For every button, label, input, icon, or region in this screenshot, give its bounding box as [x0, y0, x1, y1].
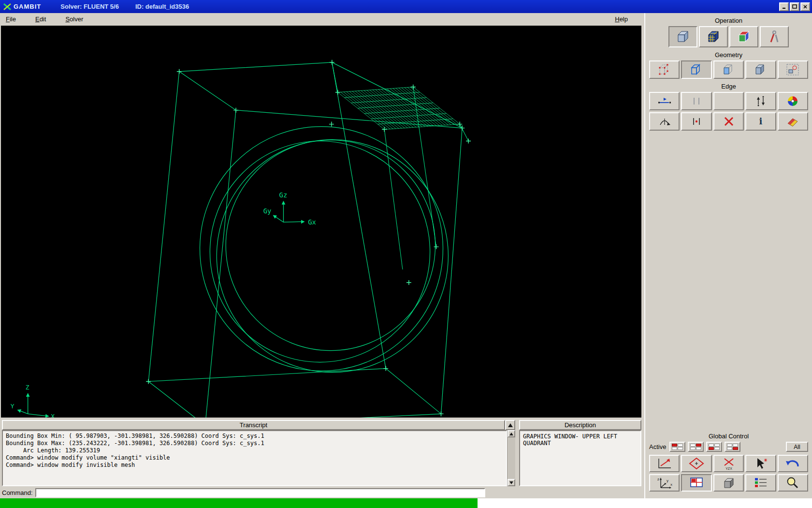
edge-link-button[interactable]: [681, 92, 711, 110]
status-strip: [0, 498, 478, 508]
app-title: GAMBIT: [14, 3, 41, 10]
gambit-window: GAMBIT Solver: FLUENT 5/6 ID: default_id…: [0, 0, 812, 508]
operation-section-title: Operation: [649, 17, 808, 24]
geometry-face-button[interactable]: [713, 60, 744, 79]
transcript-line: Command> window modify volume "xiangti" …: [6, 454, 503, 462]
quadrant-cell: [672, 447, 677, 450]
transcript-collapse-button[interactable]: [505, 420, 515, 430]
corner-triad-labels: Z Y X: [11, 384, 55, 418]
close-button[interactable]: [800, 2, 810, 11]
split-icon: [689, 116, 704, 127]
edge-info-button[interactable]: i: [745, 112, 776, 131]
volume-icon: [754, 63, 768, 76]
render-mode-button[interactable]: [713, 474, 744, 492]
edge-reverse-button[interactable]: [745, 92, 776, 110]
orient-view-button[interactable]: YZX: [713, 455, 744, 472]
close-icon: [803, 4, 808, 9]
zoom-button[interactable]: [778, 474, 808, 492]
geometry-section-title: Geometry: [649, 51, 808, 59]
axes-triad-icon: z y x: [656, 476, 673, 490]
edge-toolbar-row1: [649, 92, 808, 110]
edge-color-button[interactable]: [778, 92, 808, 110]
transcript-line: Arc Length: 139.255319: [6, 447, 503, 454]
transcript-header: Transcript: [2, 420, 505, 430]
all-quadrants-button[interactable]: All: [786, 442, 808, 452]
geometry-edge-button[interactable]: [681, 60, 711, 79]
screen-quadrant-button[interactable]: [681, 474, 711, 492]
transcript-panel: Transcript Bounding Box Min: ( 95.987903…: [2, 420, 515, 486]
quadrant-upper-left-button[interactable]: [669, 442, 685, 452]
axes-orient-button[interactable]: z y x: [649, 474, 680, 492]
magnifier-icon: [784, 476, 801, 490]
menubar: File Edit Solver Help: [0, 13, 644, 26]
geometry-volume-button[interactable]: [745, 60, 776, 79]
transcript-line: Bounding Box Min: ( 95.987903, -301.3989…: [6, 433, 503, 440]
transcript-log: Bounding Box Min: ( 95.987903, -301.3989…: [2, 430, 507, 486]
geometry-cube-icon: [675, 30, 691, 44]
pivot-button[interactable]: [681, 455, 711, 472]
axis-gx-label: Gx: [308, 218, 316, 226]
menu-solver[interactable]: Solver: [65, 15, 83, 23]
menu-file[interactable]: File: [6, 15, 16, 23]
graphics-viewport[interactable]: Gz Gy Gx Z Y X: [1, 26, 641, 418]
edge-delete-button[interactable]: [713, 112, 744, 131]
scroll-down-button[interactable]: [508, 479, 515, 486]
edge-section-title: Edge: [649, 83, 808, 90]
global-control-section: Global Control Active All: [649, 431, 808, 493]
fit-to-window-button[interactable]: [649, 455, 680, 472]
edge-connect-button[interactable]: [649, 112, 680, 131]
menu-help[interactable]: Help: [615, 15, 628, 23]
command-input[interactable]: [35, 488, 485, 497]
operation-toolbar: [649, 26, 808, 47]
operation-zones-button[interactable]: [729, 26, 758, 47]
quadrant-upper-right-button[interactable]: [688, 442, 704, 452]
geometry-group-button[interactable]: [778, 60, 808, 79]
scroll-up-button[interactable]: [508, 430, 515, 437]
edge-blank-button[interactable]: [713, 92, 744, 110]
maximize-button[interactable]: [790, 2, 799, 11]
operation-geometry-button[interactable]: [668, 26, 697, 47]
solver-label: Solver: FLUENT 5/6: [60, 3, 119, 10]
svg-text:i: i: [759, 116, 762, 126]
quadrant-lower-left-button[interactable]: [706, 442, 722, 452]
geometry-vertex-button[interactable]: [649, 60, 680, 79]
center-triad-labels: Gz Gy Gx: [263, 191, 316, 226]
inlet-duct-lines: [332, 62, 468, 269]
undo-button[interactable]: [778, 455, 808, 472]
menu-edit[interactable]: Edit: [35, 15, 46, 23]
svg-text:z: z: [657, 477, 659, 481]
quadrant-cell: [696, 447, 701, 450]
description-panel: Description GRAPHICS WINDOW- UPPER LEFT …: [519, 420, 641, 486]
axis-gy-label: Gy: [263, 207, 272, 215]
description-text: GRAPHICS WINDOW- UPPER LEFT QUADRANT: [519, 430, 641, 486]
transcript-line: Command> window modify invisible mesh: [6, 462, 503, 469]
connect-arc-icon: [657, 116, 672, 127]
color-wheel-icon: [785, 95, 800, 107]
edge-split-button[interactable]: [681, 112, 711, 131]
quadrant-cell: [709, 444, 714, 447]
axis-z-label: Z: [26, 384, 29, 391]
operation-mesh-button[interactable]: [699, 26, 728, 47]
operation-tools-button[interactable]: [760, 26, 789, 47]
undo-arrow-icon: [784, 457, 801, 470]
quadrant-lower-right-button[interactable]: [725, 442, 740, 452]
bottom-strip: [0, 498, 812, 508]
edge-erase-button[interactable]: [778, 112, 808, 131]
edge-create-button[interactable]: [649, 92, 680, 110]
edge-toolbar-row2: i: [649, 112, 808, 131]
mesh-plate-grid: [338, 87, 460, 130]
quadrant-cell: [727, 444, 732, 447]
fit-to-window-icon: [656, 457, 673, 470]
window-controls: [779, 2, 810, 11]
io-row: Transcript Bounding Box Min: ( 95.987903…: [0, 418, 644, 486]
minimize-button[interactable]: [779, 2, 789, 11]
pointer-icon: [753, 457, 769, 470]
select-pick-button[interactable]: [745, 455, 776, 472]
transcript-scrollbar[interactable]: [507, 430, 515, 486]
scrollbar-trough[interactable]: [508, 437, 515, 479]
quadrant-cell: [678, 444, 683, 447]
blank-icon: [722, 95, 736, 107]
global-toolbar-row2: z y x: [649, 474, 808, 492]
center-triad: [274, 201, 304, 222]
specify-display-button[interactable]: [745, 474, 776, 492]
